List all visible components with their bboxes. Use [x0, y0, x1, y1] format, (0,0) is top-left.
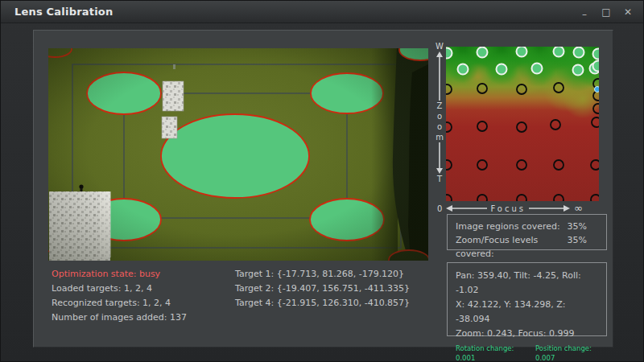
heatmap-current-position-marker [595, 87, 600, 93]
coverage-value: 35% [568, 233, 598, 261]
target-coordinates: Target 2: {-19.407, 156.751, -411.335} [235, 282, 432, 296]
optimization-state: Optimization state: busy [52, 267, 233, 282]
vignette [48, 48, 428, 261]
coverage-row: Image regions covered: 35% [456, 220, 598, 233]
x-axis-focus-label: Focus [490, 204, 526, 213]
heatmap-point-covered [497, 64, 507, 75]
zoom-focus-heatmap [446, 47, 599, 201]
minimize-icon[interactable]: – [579, 9, 590, 20]
pose-readout: Pan: 359.40, Tilt: -4.25, Roll: -1.02 [456, 269, 598, 298]
camera-view [48, 48, 428, 261]
arrow-right-icon [529, 204, 571, 212]
heatmap-point-covered [573, 65, 584, 76]
position-readout: X: 42.122, Y: 134.298, Z: -38.094 [456, 298, 598, 327]
coverage-label: Zoom/Focus levels covered: [456, 233, 568, 261]
y-axis-tele-label: T [437, 175, 442, 183]
arrow-up-icon [435, 51, 444, 101]
heatmap-point-covered [446, 48, 452, 59]
content-panel: W Z o o m T [33, 30, 613, 348]
heatmap-point-covered [554, 47, 564, 57]
heatmap-point-covered [593, 61, 600, 72]
coverage-row: Zoom/Focus levels covered: 35% [456, 233, 598, 261]
x-axis-infinity-label: ∞ [574, 204, 583, 212]
x-axis-zero-label: 0 [437, 204, 442, 213]
loaded-targets: Loaded targets: 1, 2, 4 [52, 282, 233, 296]
target-coordinates: Target 1: {-17.713, 81.268, -179.120} [235, 267, 432, 282]
arrow-down-icon [435, 142, 444, 175]
heatmap-point-covered [593, 49, 600, 60]
lens-calibration-window: Lens Calibration – □ ✕ [0, 0, 644, 362]
y-axis-zoom-label: Z o o m [436, 101, 444, 142]
title-bar[interactable]: Lens Calibration – □ ✕ [1, 1, 644, 23]
images-added: Number of images added: 137 [52, 311, 233, 325]
heatmap-image [446, 47, 599, 201]
targets-block: Target 1: {-17.713, 81.268, -179.120} Ta… [235, 267, 432, 311]
optics-readout: Zoom: 0.243, Focus: 0.999 [456, 327, 598, 341]
heatmap-point-covered [532, 64, 543, 74]
arrow-left-icon [445, 204, 487, 212]
heatmap-x-axis: 0 Focus ∞ [437, 202, 606, 215]
y-axis-wide-label: W [436, 42, 444, 51]
window-controls: – □ ✕ [579, 1, 634, 23]
window-title: Lens Calibration [14, 6, 113, 18]
coverage-box: Image regions covered: 35% Zoom/Focus le… [447, 214, 607, 250]
recognized-targets: Recognized targets: 1, 2, 4 [52, 296, 233, 311]
rotation-change: Rotation change: 0.001 [456, 343, 534, 362]
maximize-icon[interactable]: □ [601, 6, 612, 18]
close-icon[interactable]: ✕ [622, 6, 634, 18]
position-change: Position change: 0.007 [535, 343, 598, 362]
coverage-label: Image regions covered: [456, 220, 560, 233]
telemetry-box: Pan: 359.40, Tilt: -4.25, Roll: -1.02 X:… [447, 262, 607, 336]
status-block: Optimization state: busy Loaded targets:… [52, 267, 233, 325]
target-coordinates: Target 4: {-21.915, 126.310, -410.857} [235, 296, 432, 311]
heatmap-y-axis: W Z o o m T [433, 42, 446, 203]
heatmap-point-covered [517, 47, 527, 57]
change-readouts: Rotation change: 0.001 Position change: … [456, 343, 598, 362]
heatmap-point-covered [477, 47, 488, 58]
coverage-value: 35% [568, 220, 598, 233]
heatmap-point-covered [574, 47, 584, 58]
heatmap-point-covered [458, 64, 469, 75]
camera-view-image [48, 48, 428, 261]
